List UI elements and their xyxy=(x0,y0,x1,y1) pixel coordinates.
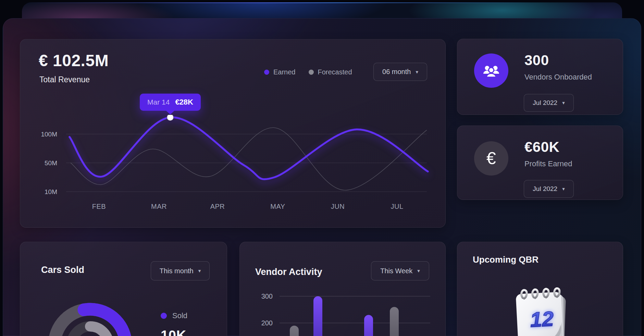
vendors-period-value: Jul 2022 xyxy=(533,99,557,107)
vendor-activity-card: Vendor Activity This Week ▾ 300 200 xyxy=(239,242,446,336)
vendors-label: Vendors Onboarded xyxy=(524,73,592,82)
svg-text:MAR: MAR xyxy=(151,203,167,210)
vendor-activity-bar-chart[interactable]: 300 200 xyxy=(240,242,446,336)
earned-line xyxy=(70,117,428,179)
svg-text:200: 200 xyxy=(261,319,273,327)
cars-legend: Sold xyxy=(161,311,187,320)
svg-text:10M: 10M xyxy=(45,188,57,195)
svg-text:APR: APR xyxy=(210,203,225,210)
euro-symbol: € xyxy=(486,148,496,168)
revenue-line-chart[interactable]: 100M 50M 10M FEB MAR APR MAY JUN JUL xyxy=(20,115,446,218)
bar[interactable] xyxy=(290,326,299,336)
vendors-avatar-circle xyxy=(474,53,508,88)
total-revenue-card: € 102.5M Total Revenue Earned Forecasted… xyxy=(20,39,446,228)
background-window-strip xyxy=(22,2,622,20)
gridlines xyxy=(280,296,430,323)
chevron-down-icon: ▾ xyxy=(562,186,565,192)
bar[interactable] xyxy=(390,307,399,336)
legend-forecasted[interactable]: Forecasted xyxy=(309,68,352,76)
svg-text:FEB: FEB xyxy=(92,203,106,210)
sold-legend-dot-icon xyxy=(161,313,167,319)
legend-earned[interactable]: Earned xyxy=(264,68,296,76)
earned-legend-dot-icon xyxy=(264,70,269,75)
revenue-legend: Earned Forecasted xyxy=(264,68,352,76)
bars xyxy=(290,296,399,336)
calendar-day: 12 xyxy=(530,307,554,332)
cars-sold-card: Cars Sold This month ▾ Sold 10K xyxy=(20,242,227,336)
upcoming-qbr-card: Upcoming QBR 12 xyxy=(457,242,623,336)
people-group-icon xyxy=(482,63,500,78)
chevron-down-icon: ▾ xyxy=(562,100,565,106)
legend-forecasted-label: Forecasted xyxy=(318,68,352,76)
vendors-onboarded-card: 300 Vendors Onboarded Jul 2022 ▾ xyxy=(457,39,623,115)
profits-label: Profits Earned xyxy=(524,159,572,168)
svg-text:JUN: JUN xyxy=(331,203,345,210)
chevron-down-icon: ▾ xyxy=(416,69,418,75)
qbr-title: Upcoming QBR xyxy=(473,254,538,265)
svg-text:100M: 100M xyxy=(41,131,57,138)
sold-legend-label: Sold xyxy=(172,311,187,320)
vendors-count: 300 xyxy=(524,52,549,69)
profits-value: €60K xyxy=(524,139,559,155)
svg-text:JUL: JUL xyxy=(391,203,403,210)
svg-text:50M: 50M xyxy=(45,159,57,167)
tooltip-value: €28K xyxy=(175,98,193,107)
y-axis-ticks: 100M 50M 10M xyxy=(41,131,57,195)
calendar-icon: 12 xyxy=(508,279,577,336)
chart-tooltip: Mar 14 €28K xyxy=(140,94,201,111)
profits-earned-card: € €60K Profits Earned Jul 2022 ▾ xyxy=(457,125,623,200)
data-point-marker[interactable] xyxy=(167,115,174,121)
revenue-period-value: 06 month xyxy=(382,68,411,76)
x-axis-ticks: FEB MAR APR MAY JUN JUL xyxy=(92,203,404,210)
svg-text:300: 300 xyxy=(261,292,273,300)
revenue-period-dropdown[interactable]: 06 month ▾ xyxy=(373,63,427,81)
bar[interactable] xyxy=(364,315,373,336)
total-revenue-label: Total Revenue xyxy=(39,75,90,84)
svg-text:MAY: MAY xyxy=(270,203,285,210)
euro-circle-icon: € xyxy=(474,141,508,176)
cars-donut-chart[interactable] xyxy=(20,242,227,336)
tooltip-date: Mar 14 xyxy=(147,98,170,106)
cars-sold-value: 10K xyxy=(161,328,186,336)
forecasted-legend-dot-icon xyxy=(309,70,314,75)
vendors-period-dropdown[interactable]: Jul 2022 ▾ xyxy=(524,94,574,112)
y-axis-ticks: 300 200 xyxy=(261,292,273,327)
total-revenue-value: € 102.5M xyxy=(39,51,109,70)
profits-period-value: Jul 2022 xyxy=(533,185,557,193)
legend-earned-label: Earned xyxy=(273,68,296,76)
bar[interactable] xyxy=(313,296,322,336)
profits-period-dropdown[interactable]: Jul 2022 ▾ xyxy=(524,180,574,198)
